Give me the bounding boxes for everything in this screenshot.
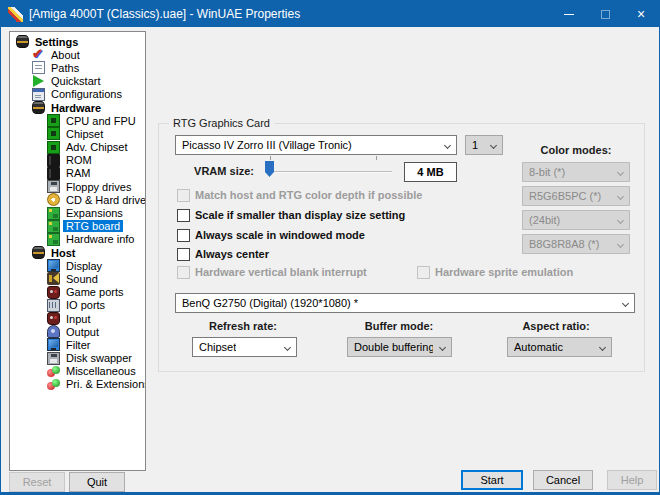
window-title: [Amiga 4000T (Classics).uae] - WinUAE Pr… xyxy=(29,7,300,21)
checkbox-label: Match host and RTG color depth if possib… xyxy=(195,189,422,201)
buffer-mode-select[interactable]: Double buffering xyxy=(347,337,452,357)
checkbox-label: Always center xyxy=(195,248,269,260)
checkbox-box[interactable] xyxy=(177,209,190,222)
sidebar-item-cpu-and-fpu[interactable]: CPU and FPU xyxy=(10,114,145,127)
checkbox-always-scale-in-windowed-mode[interactable]: Always scale in windowed mode xyxy=(177,228,365,242)
checkbox-box[interactable] xyxy=(177,229,190,242)
slider-tick xyxy=(270,156,271,160)
close-button[interactable]: × xyxy=(623,1,659,27)
sidebar-item-io-ports[interactable]: IO ports xyxy=(10,299,145,312)
color-mode-value: 8-bit (*) xyxy=(529,166,565,178)
sidebar-item-label: Game ports xyxy=(63,286,126,298)
sidebar-item-miscellaneous[interactable]: Miscellaneous xyxy=(10,365,145,378)
sidebar-item-hardware[interactable]: Hardware xyxy=(10,101,145,114)
gamepad-icon xyxy=(47,312,60,325)
drum-icon xyxy=(32,246,45,259)
sidebar-item-host[interactable]: Host xyxy=(10,246,145,259)
sidebar-item-ram[interactable]: RAM xyxy=(10,167,145,180)
checkbox-box[interactable] xyxy=(177,248,190,261)
sidebar-item-display[interactable]: Display xyxy=(10,259,145,272)
sidebar-item-adv-chipset[interactable]: Adv. Chipset xyxy=(10,141,145,154)
sidebar-item-about[interactable]: About xyxy=(10,48,145,61)
sidebar-item-label: Expansions xyxy=(63,207,126,219)
sidebar-item-paths[interactable]: Paths xyxy=(10,61,145,74)
gamepad-icon xyxy=(47,286,60,299)
start-button[interactable]: Start xyxy=(461,470,523,490)
sidebar-item-output[interactable]: Output xyxy=(10,325,145,338)
checkbox-always-center[interactable]: Always center xyxy=(177,247,269,261)
color-mode-select-r5g6b5pc: R5G6B5PC (*) xyxy=(522,186,630,206)
sidebar-item-rom[interactable]: ROM xyxy=(10,154,145,167)
sidebar-item-disk-swapper[interactable]: Disk swapper xyxy=(10,352,145,365)
sidebar-item-label: Host xyxy=(48,247,78,259)
sidebar-item-filter[interactable]: Filter xyxy=(10,338,145,351)
color-mode-select-b8g8r8a8: B8G8R8A8 (*) xyxy=(522,234,630,254)
balls-icon xyxy=(47,378,60,391)
cancel-button[interactable]: Cancel xyxy=(533,470,593,490)
color-mode-select-8-bit: 8-bit (*) xyxy=(522,162,630,182)
sidebar-item-label: Disk swapper xyxy=(63,352,135,364)
monitor-icon xyxy=(47,338,60,351)
vram-slider-thumb[interactable] xyxy=(265,161,274,177)
sidebar-item-label: Filter xyxy=(63,339,93,351)
sidebar-item-input[interactable]: Input xyxy=(10,312,145,325)
sidebar-item-expansions[interactable]: Expansions xyxy=(10,206,145,219)
sidebar-item-cd-hard-drives[interactable]: CD & Hard drives xyxy=(10,193,145,206)
sidebar-item-label: Hardware xyxy=(48,102,104,114)
keyboard-icon xyxy=(47,299,60,312)
sidebar-item-floppy-drives[interactable]: Floppy drives xyxy=(10,180,145,193)
sidebar-item-settings[interactable]: Settings xyxy=(10,35,145,48)
graphics-card-select[interactable]: Picasso IV Zorro III (Village Tronic) xyxy=(175,135,457,155)
sidebar-item-label: IO ports xyxy=(63,299,108,311)
color-mode-value: (24bit) xyxy=(529,214,560,226)
minimize-icon xyxy=(564,14,574,15)
sidebar-item-game-ports[interactable]: Game ports xyxy=(10,286,145,299)
settings-tree: SettingsAboutPathsQuickstartConfiguratio… xyxy=(9,31,146,471)
graphics-card-value: Picasso IV Zorro III (Village Tronic) xyxy=(182,139,352,151)
led-icon xyxy=(47,114,60,127)
board-icon xyxy=(47,233,60,246)
drum-icon xyxy=(32,101,45,114)
cd-icon xyxy=(47,193,60,206)
checkbox-hardware-sprite-emulation: Hardware sprite emulation xyxy=(417,265,573,279)
chip-icon xyxy=(47,167,60,180)
output-icon xyxy=(47,325,60,338)
sidebar-item-hardware-info[interactable]: Hardware info xyxy=(10,233,145,246)
vram-slider-track[interactable] xyxy=(266,171,392,173)
rtg-graphics-card-group: RTG Graphics Card Picasso IV Zorro III (… xyxy=(158,123,645,372)
checkbox-label: Always scale in windowed mode xyxy=(195,229,365,241)
floppy-icon xyxy=(47,352,60,365)
sidebar-item-configurations[interactable]: Configurations xyxy=(10,88,145,101)
sidebar-item-label: Configurations xyxy=(48,88,125,100)
sidebar-item-pri-extensions[interactable]: Pri. & Extensions xyxy=(10,378,145,391)
quit-button[interactable]: Quit xyxy=(69,472,125,492)
card-number-value: 1 xyxy=(472,139,478,151)
sidebar-item-rtg-board[interactable]: RTG board xyxy=(10,220,145,233)
refresh-rate-label: Refresh rate: xyxy=(183,320,303,332)
checkbox-label: Hardware vertical blank interrupt xyxy=(195,266,367,278)
slider-tick xyxy=(376,156,377,160)
card-number-select[interactable]: 1 xyxy=(465,135,503,155)
sidebar-item-label: Input xyxy=(63,313,93,325)
sidebar-item-label: ROM xyxy=(63,154,95,166)
checkbox-scale-if-smaller-than-display-size-setting[interactable]: Scale if smaller than display size setti… xyxy=(177,208,405,222)
reset-button: Reset xyxy=(9,472,65,492)
sidebar-item-sound[interactable]: Sound xyxy=(10,272,145,285)
minimize-button[interactable] xyxy=(551,1,587,27)
buffer-mode-value: Double buffering xyxy=(354,341,433,353)
monitor-value: BenQ G2750 (Digital) (1920*1080) * xyxy=(182,297,358,309)
maximize-icon xyxy=(601,10,610,19)
checkbox-hardware-vertical-blank-interrupt: Hardware vertical blank interrupt xyxy=(177,265,367,279)
close-icon: × xyxy=(637,7,645,21)
sidebar-item-quickstart[interactable]: Quickstart xyxy=(10,75,145,88)
vram-value-box: 4 MB xyxy=(404,162,457,182)
color-mode-value: R5G6B5PC (*) xyxy=(529,190,601,202)
sidebar-item-chipset[interactable]: Chipset xyxy=(10,127,145,140)
monitor-select[interactable]: BenQ G2750 (Digital) (1920*1080) * xyxy=(175,293,635,313)
refresh-rate-select[interactable]: Chipset xyxy=(192,337,297,357)
board-icon xyxy=(47,207,60,220)
page-icon xyxy=(32,61,45,74)
buffer-mode-label: Buffer mode: xyxy=(339,320,459,332)
color-mode-value: B8G8R8A8 (*) xyxy=(529,238,599,250)
aspect-ratio-select[interactable]: Automatic xyxy=(507,337,612,357)
